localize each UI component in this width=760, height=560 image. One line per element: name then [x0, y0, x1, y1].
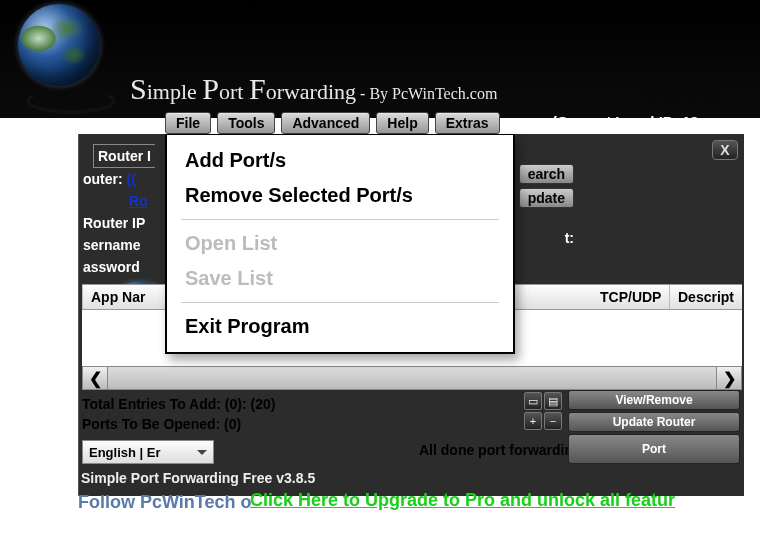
- scroll-right-icon[interactable]: ❯: [716, 366, 742, 390]
- username-label: sername: [83, 237, 141, 253]
- add-port-icon[interactable]: +: [524, 412, 542, 430]
- close-button[interactable]: X: [712, 140, 738, 160]
- status-area: Total Entries To Add: (0): (20) Ports To…: [82, 394, 275, 434]
- col-app-name[interactable]: App Nar: [82, 285, 172, 309]
- scroll-track[interactable]: [108, 366, 716, 390]
- router-ip-label: Router IP: [83, 215, 145, 231]
- title-bar: Simple Port Forwarding - By PcWinTech.co…: [0, 0, 760, 118]
- menu-item-open-list: Open List: [167, 226, 513, 261]
- router-subline[interactable]: Ro: [129, 193, 148, 209]
- router-label: outer:: [83, 171, 123, 187]
- menu-item-save-list: Save List: [167, 261, 513, 296]
- ports-open-label: Ports To Be Opened: (0): [82, 414, 275, 434]
- upgrade-link[interactable]: Click Here to Upgrade to Pro and unlock …: [250, 490, 675, 511]
- horizontal-scrollbar[interactable]: ❮ ❯: [82, 366, 742, 390]
- menu-item-add-ports[interactable]: Add Port/s: [167, 143, 513, 178]
- current-ip-label: (Current Local IP: 19: [552, 113, 699, 130]
- menu-item-remove-ports[interactable]: Remove Selected Port/s: [167, 178, 513, 213]
- toolbar-mini: ▭ ▤ + −: [524, 392, 562, 430]
- total-entries-label: Total Entries To Add: (0): (20): [82, 394, 275, 414]
- menu-bar: File Tools Advanced Help Extras: [165, 112, 500, 134]
- save-list-icon[interactable]: ▤: [544, 392, 562, 410]
- language-selected: English | Er: [89, 445, 161, 460]
- col-description[interactable]: Descript: [670, 285, 742, 309]
- menu-item-exit[interactable]: Exit Program: [167, 309, 513, 344]
- language-select[interactable]: English | Er: [82, 440, 214, 464]
- port-tester-button[interactable]: Port: [568, 434, 740, 464]
- menu-advanced[interactable]: Advanced: [281, 112, 370, 134]
- col-tcp-udp[interactable]: TCP/UDP: [592, 285, 670, 309]
- router-info-box: Router I: [93, 144, 155, 168]
- all-done-label: All done port forwarding?: [419, 442, 590, 458]
- file-menu-dropdown: Add Port/s Remove Selected Port/s Open L…: [165, 134, 515, 354]
- open-list-icon[interactable]: ▭: [524, 392, 542, 410]
- app-logo-globe: [18, 4, 126, 112]
- scroll-left-icon[interactable]: ❮: [82, 366, 108, 390]
- version-label: Simple Port Forwarding Free v3.8.5: [81, 470, 315, 486]
- password-label: assword: [83, 259, 140, 275]
- update-button[interactable]: pdate: [519, 188, 574, 208]
- menu-file[interactable]: File: [165, 112, 211, 134]
- menu-extras[interactable]: Extras: [435, 112, 500, 134]
- menu-separator: [181, 302, 499, 303]
- globe-icon: [18, 4, 100, 86]
- set-label-fragment: t:: [565, 230, 574, 246]
- search-button[interactable]: earch: [519, 164, 574, 184]
- view-remove-button[interactable]: View/Remove: [568, 390, 740, 410]
- app-title: Simple Port Forwarding - By PcWinTech.co…: [130, 72, 497, 106]
- router-info-panel: Router I outer: (( Ro Router IP sername …: [83, 144, 155, 278]
- globe-stand-icon: [26, 88, 116, 114]
- menu-help[interactable]: Help: [376, 112, 428, 134]
- update-router-button[interactable]: Update Router: [568, 412, 740, 432]
- footer-follow-text: Follow PcWinTech o: [78, 492, 252, 513]
- menu-tools[interactable]: Tools: [217, 112, 275, 134]
- router-link[interactable]: ((: [127, 171, 136, 187]
- remove-port-icon[interactable]: −: [544, 412, 562, 430]
- menu-separator: [181, 219, 499, 220]
